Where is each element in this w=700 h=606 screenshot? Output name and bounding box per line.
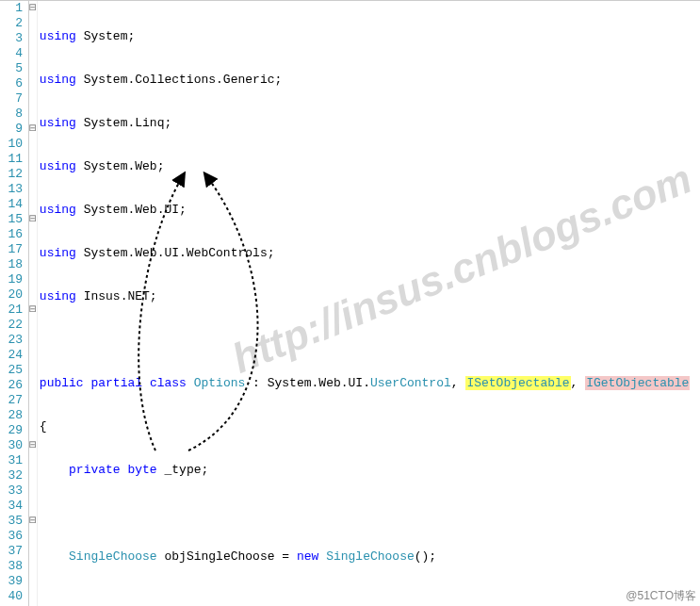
line-number: 13 (2, 182, 23, 197)
code-line: using System.Web; (40, 159, 700, 174)
line-number: 5 (2, 61, 23, 76)
code-editor: 1 2 3 4 5 6 7 8 9 10 11 12 13 14 15 16 1… (0, 0, 700, 606)
line-number: 17 (2, 242, 23, 257)
line-number: 14 (2, 197, 23, 212)
line-number: 8 (2, 106, 23, 122)
code-line: { (40, 419, 700, 434)
line-number: 39 (2, 574, 23, 589)
line-number: 24 (2, 348, 23, 363)
fold-toggle[interactable]: ⊟ (29, 1, 37, 16)
line-number: 33 (2, 483, 23, 499)
fold-toggle[interactable]: ⊟ (29, 122, 37, 137)
line-number: 10 (2, 137, 23, 152)
line-number: 6 (2, 76, 23, 91)
line-number: 20 (2, 287, 23, 303)
line-number: 29 (2, 423, 23, 438)
line-number: 27 (2, 393, 23, 408)
credit-text: @51CTO博客 (626, 588, 696, 604)
line-number: 38 (2, 559, 23, 574)
line-number: 22 (2, 318, 23, 333)
line-number: 35 (2, 514, 23, 529)
line-number: 12 (2, 167, 23, 182)
code-line: public partial class Options : System.We… (40, 376, 700, 391)
line-number: 37 (2, 544, 23, 559)
line-number: 2 (2, 16, 23, 31)
line-number: 11 (2, 152, 23, 167)
line-number: 30 (2, 438, 23, 453)
line-number: 40 (2, 589, 23, 604)
code-area[interactable]: using System; using System.Collections.G… (38, 1, 700, 606)
code-line: using System.Linq; (40, 116, 700, 131)
code-line (40, 593, 700, 606)
line-number-gutter: 1 2 3 4 5 6 7 8 9 10 11 12 13 14 15 16 1… (0, 1, 29, 606)
line-number: 26 (2, 378, 23, 393)
code-line (40, 333, 700, 348)
code-line: using System; (40, 29, 700, 44)
line-number: 31 (2, 453, 23, 468)
line-number: 28 (2, 408, 23, 423)
code-line: using System.Web.UI; (40, 203, 700, 218)
line-number: 32 (2, 468, 23, 483)
fold-toggle[interactable]: ⊟ (29, 212, 37, 227)
line-number: 18 (2, 257, 23, 272)
fold-gutter: ⊟ ⊟ ⊟ ⊟ ⊟ ⊟ (29, 1, 38, 606)
fold-toggle[interactable]: ⊟ (29, 438, 37, 453)
line-number: 15 (2, 212, 23, 227)
line-number: 21 (2, 303, 23, 318)
line-number: 16 (2, 227, 23, 242)
fold-toggle[interactable]: ⊟ (29, 514, 37, 529)
highlight-igetobjectable: IGetObjectable (585, 376, 690, 390)
line-number: 36 (2, 529, 23, 544)
line-number: 34 (2, 499, 23, 514)
line-number: 1 (2, 1, 23, 16)
code-line (40, 506, 700, 521)
highlight-isetobjectable: ISetObjectable (465, 376, 570, 390)
fold-toggle[interactable]: ⊟ (29, 303, 37, 318)
line-number: 7 (2, 91, 23, 106)
line-number: 4 (2, 46, 23, 61)
code-line: SingleChoose objSingleChoose = new Singl… (40, 549, 700, 565)
code-line: using System.Web.UI.WebControls; (40, 246, 700, 261)
line-number: 3 (2, 31, 23, 46)
line-number: 23 (2, 333, 23, 348)
code-line: using Insus.NET; (40, 289, 700, 304)
line-number: 9 (2, 122, 23, 137)
line-number: 25 (2, 363, 23, 378)
code-line: private byte _type; (40, 463, 700, 478)
line-number: 19 (2, 272, 23, 287)
code-line: using System.Collections.Generic; (40, 73, 700, 88)
